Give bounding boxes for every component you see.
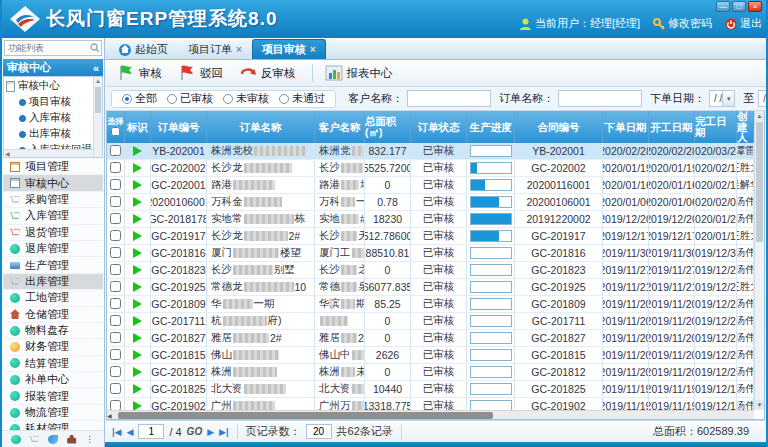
table-row[interactable]: GC-201711 杭府) 0 已审核 GC-201711 2019/11/20… <box>107 313 754 330</box>
tab-project-audit[interactable]: 项目审核× <box>252 39 326 59</box>
table-row[interactable]: GC-201825 北大资 北大资天.. 10440 已审核 GC-201825… <box>107 381 754 398</box>
row-checkbox[interactable] <box>110 213 121 224</box>
col-header-8[interactable]: 合同编号 <box>515 111 603 143</box>
close-tab-icon[interactable]: × <box>236 44 242 55</box>
sidebar-item-1[interactable]: 审核中心 <box>3 175 103 191</box>
table-row[interactable]: GC-201827 雅居2# 雅居2# 0 已审核 GC-201827 2019… <box>107 330 754 347</box>
col-header-3[interactable]: 订单名称 <box>207 111 315 143</box>
function-search-input[interactable] <box>4 40 102 56</box>
col-header-1[interactable]: 标识 <box>125 111 151 143</box>
order-date-from-input[interactable]: / /▼ <box>709 90 735 107</box>
col-header-6[interactable]: 订单状态 <box>411 111 467 143</box>
tree-item-2[interactable]: 出库审核 <box>6 126 92 142</box>
sidebar-item-6[interactable]: 生产管理 <box>3 257 103 273</box>
sidebar-item-3[interactable]: 入库管理 <box>3 208 103 224</box>
undoarrow-button[interactable]: 反审核 <box>235 62 304 84</box>
col-header-12[interactable]: 创建人 <box>737 111 754 143</box>
sidebar-item-2[interactable]: 采购管理 <box>3 192 103 208</box>
sidebar-item-14[interactable]: 报装管理 <box>3 388 103 404</box>
tab-project-orders[interactable]: 项目订单× <box>178 39 252 59</box>
row-checkbox[interactable] <box>110 247 121 258</box>
minimize-button[interactable]: — <box>716 1 730 12</box>
row-checkbox[interactable] <box>110 230 121 241</box>
row-checkbox[interactable] <box>110 179 121 190</box>
col-header-11[interactable]: 完工日期 <box>695 111 737 143</box>
row-checkbox[interactable] <box>110 145 121 156</box>
sidebar-item-16[interactable]: 耗材管理 <box>3 421 103 430</box>
sidebar-item-4[interactable]: 退货管理 <box>3 225 103 241</box>
row-checkbox[interactable] <box>110 298 121 309</box>
sidebar-item-15[interactable]: 物流管理 <box>3 405 103 421</box>
table-row[interactable]: 20200106001 万科金 万科一期 0.78 已审核 2020010600… <box>107 194 754 211</box>
table-row[interactable]: GC-201925 常德龙10 常德泉.. 266077.835.. 已审核 G… <box>107 279 754 296</box>
sidebar-item-7[interactable]: 出库管理 <box>3 274 103 290</box>
tree-item-0[interactable]: 项目审核 <box>6 94 92 110</box>
col-header-7[interactable]: 生产进度 <box>467 111 515 143</box>
sidebar-item-10[interactable]: 物料盘存 <box>3 323 103 339</box>
sidebar-item-11[interactable]: 财务管理 <box>3 339 103 355</box>
tree-root-audit-center[interactable]: 审核中心 <box>6 78 92 94</box>
col-header-10[interactable]: 开工日期 <box>649 111 695 143</box>
sidebar-item-13[interactable]: 补单中心 <box>3 372 103 388</box>
grid-vertical-scrollbar[interactable]: ▲▼ <box>754 111 764 410</box>
row-checkbox[interactable] <box>110 366 121 377</box>
cart-icon[interactable] <box>29 435 39 444</box>
more-icon[interactable]: ⋮ <box>85 434 95 444</box>
table-row[interactable]: GC-201815 佛山 佛山中货库 2626 已审核 GC-201815 20… <box>107 347 754 364</box>
table-row[interactable]: GC-201917 长沙龙2# 长沙天.. 8512.78600.. 已审核 G… <box>107 228 754 245</box>
table-row[interactable]: GC-201816 厦门楼望 厦门工楼望 188510.818 已审核 GC-2… <box>107 245 754 262</box>
swoosh-icon[interactable] <box>48 435 58 444</box>
table-row[interactable]: GC-202002 长沙龙 长沙.. 65525.7200.. 已审核 GC-2… <box>107 160 754 177</box>
table-row[interactable]: YB-202001 株洲党校 株洲党.. 832.177 已审核 YB-2020… <box>107 143 754 160</box>
radio-status-3[interactable]: 未通过 <box>279 91 325 106</box>
row-checkbox[interactable] <box>110 349 121 360</box>
row-checkbox[interactable] <box>110 315 121 326</box>
next-page-button[interactable]: ▶ <box>207 427 214 437</box>
col-header-5[interactable]: 总面积(㎡) <box>365 111 411 143</box>
first-page-button[interactable]: |◀ <box>112 427 121 437</box>
col-header-9[interactable]: 下单日期 <box>603 111 649 143</box>
sidebar-item-12[interactable]: 结算管理 <box>3 356 103 372</box>
table-row[interactable]: GC-201812 株洲 株洲未来 0 已审核 GC-201812 2019/1… <box>107 364 754 381</box>
table-row[interactable]: GC-2018178 实地常栋 实地#.. 18230 已审核 20191220… <box>107 211 754 228</box>
person-icon[interactable] <box>67 435 77 444</box>
row-checkbox[interactable] <box>110 264 121 275</box>
col-header-4[interactable]: 客户名称 <box>315 111 365 143</box>
sidebar-item-8[interactable]: 工地管理 <box>3 290 103 306</box>
table-row[interactable]: GC-201902 广州 广州万森林 13318.775 已审核 GC-2019… <box>107 398 754 411</box>
col-header-2[interactable]: 订单编号 <box>151 111 207 143</box>
close-button[interactable]: × <box>748 1 762 12</box>
row-checkbox[interactable] <box>110 281 121 292</box>
prev-page-button[interactable]: ◀ <box>126 427 133 437</box>
change-password-button[interactable]: 修改密码 <box>653 16 712 31</box>
row-checkbox[interactable] <box>110 332 121 343</box>
chart-button[interactable]: 报表中心 <box>321 62 401 84</box>
maximize-button[interactable]: □ <box>732 1 746 12</box>
row-checkbox[interactable] <box>110 196 121 207</box>
row-checkbox[interactable] <box>110 400 121 410</box>
customer-name-input[interactable] <box>407 90 491 107</box>
collapse-icon[interactable]: « <box>93 62 99 74</box>
page-number-input[interactable] <box>138 424 164 439</box>
row-checkbox[interactable] <box>110 162 121 173</box>
row-checkbox[interactable] <box>110 383 121 394</box>
col-header-0[interactable]: 选择 <box>107 111 125 143</box>
grid-horizontal-scrollbar[interactable]: ◀ <box>107 410 754 419</box>
sidebar-item-5[interactable]: 退库管理 <box>3 241 103 257</box>
table-row[interactable]: GC-201809 华一期 华滨期 85.25 已审核 GC-201809 20… <box>107 296 754 313</box>
table-row[interactable]: GC-202001 路港 路港墙 0 已审核 20200116001 2020/… <box>107 177 754 194</box>
radio-status-1[interactable]: 已审核 <box>167 91 213 106</box>
close-tab-icon[interactable]: × <box>310 44 316 55</box>
radio-status-0[interactable]: 全部 <box>122 91 157 106</box>
radio-status-2[interactable]: 未审核 <box>223 91 269 106</box>
go-button[interactable]: GO <box>187 426 203 437</box>
select-all-checkbox[interactable] <box>111 127 120 136</box>
page-size-input[interactable] <box>306 424 332 439</box>
sidebar-item-9[interactable]: 仓储管理 <box>3 307 103 323</box>
dot-icon[interactable] <box>11 435 21 444</box>
last-page-button[interactable]: ▶| <box>219 427 228 437</box>
sidebar-item-0[interactable]: 项目管理 <box>3 159 103 175</box>
logout-button[interactable]: 退出 <box>725 16 762 31</box>
tree-horizontal-scrollbar[interactable]: ◀ <box>4 149 93 157</box>
flagred-button[interactable]: 驳回 <box>174 62 231 84</box>
